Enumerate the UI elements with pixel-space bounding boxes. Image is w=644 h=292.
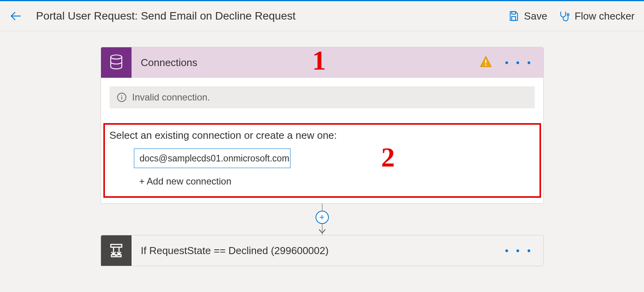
back-button[interactable] xyxy=(6,7,25,25)
condition-card-header[interactable]: If RequestState == Declined (299600002) … xyxy=(101,235,543,266)
invalid-connection-banner: Invalid connection. xyxy=(110,86,535,108)
database-icon xyxy=(101,47,132,78)
svg-point-4 xyxy=(110,55,121,59)
arrow-left-icon xyxy=(9,9,22,23)
flow-connector: + xyxy=(321,204,323,235)
annotation-two: 2 xyxy=(381,142,395,173)
connections-title: Connections xyxy=(141,57,198,69)
connections-more-button[interactable]: • • • xyxy=(503,54,535,71)
warning-icon xyxy=(479,55,492,70)
svg-rect-2 xyxy=(512,16,516,20)
save-label: Save xyxy=(524,10,547,22)
page-header: Portal User Request: Send Email on Decli… xyxy=(0,1,644,31)
connection-prompt: Select an existing connection or create … xyxy=(110,129,536,142)
condition-title: If RequestState == Declined (299600002) xyxy=(141,245,329,257)
connection-select-panel: 2 Select an existing connection or creat… xyxy=(103,123,541,198)
svg-point-3 xyxy=(567,14,569,16)
condition-more-button[interactable]: • • • xyxy=(503,242,535,259)
add-new-connection-button[interactable]: + Add new connection xyxy=(139,176,536,187)
page-title: Portal User Request: Send Email on Decli… xyxy=(36,10,296,22)
svg-rect-14 xyxy=(117,255,121,257)
save-button[interactable]: Save xyxy=(508,10,547,22)
stethoscope-icon xyxy=(558,10,570,22)
svg-rect-1 xyxy=(512,12,516,14)
svg-rect-13 xyxy=(111,255,115,257)
svg-point-9 xyxy=(121,95,122,96)
svg-rect-6 xyxy=(485,64,486,66)
connections-card: Connections • • • 1 Invalid connecti xyxy=(101,47,544,204)
svg-rect-10 xyxy=(111,244,122,247)
connection-option[interactable]: docs@samplecds01.onmicrosoft.com xyxy=(134,149,290,168)
info-icon xyxy=(117,92,127,102)
annotation-one: 1 xyxy=(312,45,326,76)
condition-card: If RequestState == Declined (299600002) … xyxy=(101,235,544,266)
add-step-button[interactable]: + xyxy=(316,211,329,224)
flow-checker-label: Flow checker xyxy=(575,10,635,22)
svg-rect-5 xyxy=(485,59,486,63)
invalid-connection-text: Invalid connection. xyxy=(132,92,210,103)
save-icon xyxy=(508,10,520,22)
condition-icon xyxy=(101,235,132,266)
flow-canvas: Connections • • • 1 Invalid connecti xyxy=(0,31,644,282)
flow-checker-button[interactable]: Flow checker xyxy=(558,10,635,22)
